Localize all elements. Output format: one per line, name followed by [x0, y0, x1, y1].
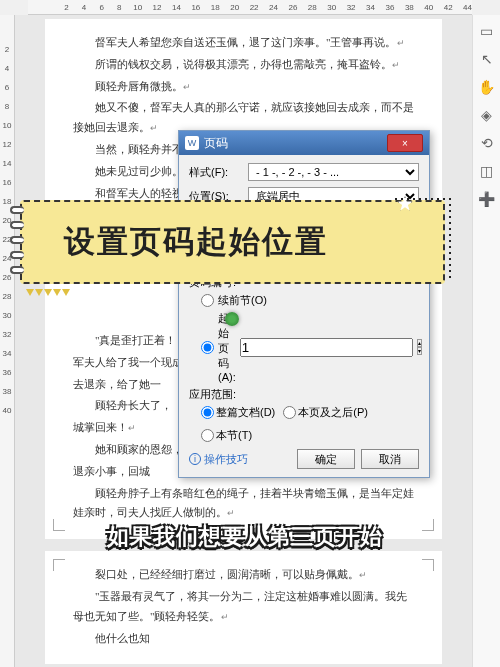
tips-link[interactable]: i 操作技巧	[189, 452, 291, 467]
text-icon[interactable]: ➕	[478, 191, 495, 207]
cancel-button[interactable]: 取消	[361, 449, 419, 469]
dialog-title: 页码	[204, 135, 228, 152]
clip-icon[interactable]: ◫	[480, 163, 493, 179]
ruler-horizontal: 2468101214161820222426283032343638404244	[28, 0, 472, 15]
scope-whole-radio[interactable]	[201, 406, 214, 419]
paragraph: 顾轻舟脖子上有条暗红色的绳子，挂着半块青蟾玉佩，是当年定娃娃亲时，司夫人找匠人做…	[73, 484, 414, 524]
paragraph: 督军夫人希望您亲自送还玉佩，退了这门亲事。"王管事再说。	[73, 33, 414, 53]
style-select[interactable]: - 1 -, - 2 -, - 3 - ...	[248, 163, 419, 181]
paragraph: "玉器最有灵气了，将其一分为二，注定这桩婚事难以圆满。我先母也无知了些。"顾轻舟…	[73, 587, 414, 627]
scope-section-radio[interactable]	[201, 429, 214, 442]
shape-icon[interactable]: ◈	[481, 107, 492, 123]
scope-after-radio[interactable]	[283, 406, 296, 419]
scope-label: 应用范围:	[189, 387, 419, 402]
link-icon[interactable]: ⟲	[481, 135, 493, 151]
subtitle-caption: 如果我们想要从第三页开始	[40, 522, 450, 552]
start-spinner[interactable]: ▴▾	[417, 339, 422, 355]
page-number-dialog: W 页码 × 样式(F): - 1 -, - 2 -, - 3 - ... 位置…	[178, 130, 430, 478]
dialog-titlebar[interactable]: W 页码 ×	[179, 131, 429, 155]
paragraph: 所谓的钱权交易，说得极其漂亮，办得也需敲亮，掩耳盗铃。	[73, 55, 414, 75]
right-toolbar: ▭ ↖ ✋ ◈ ⟲ ◫ ➕	[472, 15, 500, 667]
continue-radio[interactable]	[201, 294, 214, 307]
banner-title: 设置页码起始位置	[64, 221, 328, 263]
triangles-decoration	[26, 289, 70, 296]
page-2: 裂口处，已经经细打磨过，圆润清晰，可以贴身佩戴。 "玉器最有灵气了，将其一分为二…	[45, 551, 442, 664]
start-page-input[interactable]	[240, 338, 413, 357]
close-button[interactable]: ×	[387, 134, 423, 152]
tutorial-banner: 设置页码起始位置	[20, 200, 445, 284]
paragraph: 他什么也知	[73, 629, 414, 649]
cursor-icon[interactable]: ↖	[481, 51, 493, 67]
ok-button[interactable]: 确定	[297, 449, 355, 469]
cursor-highlight-icon	[225, 312, 239, 326]
ruler-vertical: 246810121416182022242628303234363840	[0, 15, 15, 667]
spiral-binding-icon	[10, 206, 24, 274]
select-icon[interactable]: ▭	[480, 23, 493, 39]
start-radio[interactable]	[201, 341, 214, 354]
paragraph: 裂口处，已经经细打磨过，圆润清晰，可以贴身佩戴。	[73, 565, 414, 585]
continue-label: 续前节(O)	[218, 293, 267, 308]
hand-icon[interactable]: ✋	[478, 79, 495, 95]
paragraph: 顾轻舟唇角微挑。	[73, 77, 414, 97]
info-icon: i	[189, 453, 201, 465]
style-label: 样式(F):	[189, 165, 244, 180]
dialog-icon: W	[185, 136, 199, 150]
